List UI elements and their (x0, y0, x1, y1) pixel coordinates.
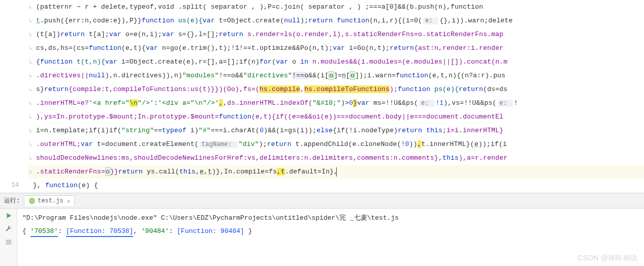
code-line[interactable]: ↳i=n.template;if(i)if("string"==typeof i… (28, 124, 644, 137)
code-line-current[interactable]: ↳.staticRenderFns=o}}return ys.call(this… (28, 165, 644, 179)
code-line[interactable]: ↳(t[a])return t[a];var o=e(n,i);var s={}… (28, 27, 644, 41)
code-line[interactable]: ↳cs,ds,hs=(cs=function(e,t){var n=go(e.t… (28, 41, 644, 55)
run-toolbar (0, 209, 17, 266)
console-command: "D:\Program Files\nodejs\node.exe" C:\Us… (22, 212, 639, 225)
run-button[interactable] (5, 212, 13, 220)
tools-button[interactable] (5, 225, 13, 233)
code-line[interactable]: ↳.outerHTML;var t=document.createElement… (28, 137, 644, 151)
code-line[interactable]: ↳s}return{compile:t,compileToFunctions:u… (28, 82, 644, 96)
code-area[interactable]: ↳(patternr ~ r + delete,typeof,void .spl… (28, 0, 644, 193)
code-line[interactable]: }, function(e) { (28, 179, 644, 192)
gutter: 14 (0, 0, 28, 193)
svg-rect-1 (6, 242, 11, 243)
code-line[interactable]: ↳.directives||null),n.directives)),n)"mo… (28, 69, 644, 82)
code-line[interactable]: ↳t.push({err:n,code:e}),P}}function us(e… (28, 14, 644, 27)
nodejs-icon (28, 197, 36, 204)
code-line[interactable]: ↳.innerHTML=e?'<a href="\n"/>':'<div a="… (28, 96, 644, 110)
close-icon[interactable]: ✕ (67, 198, 71, 204)
run-tab[interactable]: test.js ✕ (24, 195, 75, 206)
more-button[interactable] (5, 238, 13, 246)
editor-pane: 14 ↳(patternr ~ r + delete,typeof,void .… (0, 0, 644, 193)
param-hint: tagName: (200, 141, 238, 148)
svg-rect-2 (6, 244, 11, 245)
code-line[interactable]: ↳shouldDecodeNewlines:ms,shouldDecodeNew… (28, 151, 644, 165)
param-hint: e: (419, 100, 434, 107)
svg-rect-0 (6, 240, 11, 241)
code-line[interactable]: ↳{function t(t,n){var i=Object.create(e)… (28, 55, 644, 69)
line-number-14: 14 (0, 179, 19, 192)
run-label: 运行: (4, 196, 20, 205)
run-panel-body: "D:\Program Files\nodejs\node.exe" C:\Us… (0, 209, 644, 266)
run-panel-header: 运行: test.js ✕ (0, 193, 644, 209)
console-result-line: { '70538': [Function: 70538], '90484': [… (22, 225, 639, 238)
param-hint: e: (498, 100, 513, 107)
code-line[interactable]: ↳),ys=In.prototype.$mount;In.prototype.$… (28, 110, 644, 124)
run-tab-label: test.js (38, 197, 63, 204)
code-line[interactable]: ↳(patternr ~ r + delete,typeof,void .spl… (28, 0, 644, 14)
param-hint: e: (423, 17, 438, 24)
console-output[interactable]: "D:\Program Files\nodejs\node.exe" C:\Us… (17, 209, 644, 266)
